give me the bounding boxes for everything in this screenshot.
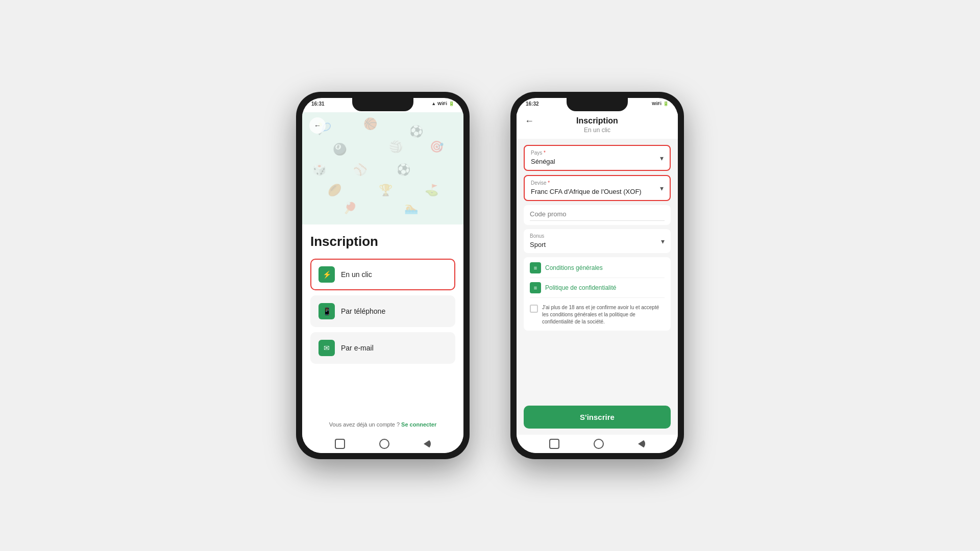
condition-divider-2 <box>530 297 665 298</box>
politique-confidentialite-item[interactable]: ≡ Politique de confidentialité <box>530 282 665 293</box>
phone1-body: Inscription ⚡ En un clic 📱 Par téléphone… <box>302 224 463 435</box>
politique-confidentialite-text: Politique de confidentialité <box>545 284 616 291</box>
back-button-2[interactable]: ← <box>525 116 534 127</box>
nav-circle-1[interactable] <box>379 439 389 449</box>
sport-icon-swim: 🏊 <box>404 202 418 215</box>
terms-check: J'ai plus de 18 ans et je confirme avoir… <box>530 302 665 325</box>
phone-2: 16:32 WiFi 🔋 ← Inscription En un clic Pa… <box>510 92 684 459</box>
phone1-content: ← 🎾 🏀 ⚽ 🎱 🏐 🎯 🎲 ⚾ ⚽ 🏉 🏆 ⛳ 🏓 🏊 <box>302 112 463 435</box>
option-en-un-clic[interactable]: ⚡ En un clic <box>310 259 455 290</box>
conditions-generales-text: Conditions générales <box>545 264 603 271</box>
option-par-email[interactable]: ✉ Par e-mail <box>310 332 455 364</box>
par-email-icon: ✉ <box>318 340 335 356</box>
en-un-clic-label: En un clic <box>341 270 372 279</box>
devise-chevron-icon: ▾ <box>660 184 664 192</box>
pays-label: Pays * <box>531 150 664 156</box>
notch-2 <box>567 98 628 111</box>
phone2-header: ← Inscription En un clic <box>517 112 678 139</box>
page-subtitle-2: En un clic <box>525 127 670 134</box>
sport-icon-rugby: 🏉 <box>328 184 341 197</box>
nav-square-1[interactable] <box>335 439 345 449</box>
par-telephone-label: Par téléphone <box>341 307 385 315</box>
politique-confidentialite-icon: ≡ <box>530 282 541 293</box>
par-telephone-icon: 📱 <box>318 303 335 319</box>
bonus-field[interactable]: Bonus Sport ▾ <box>524 229 671 253</box>
pays-value: Sénégal <box>531 158 555 165</box>
bonus-label: Bonus <box>530 233 665 239</box>
nav-back-2[interactable] <box>638 439 645 448</box>
page-title-2: Inscription <box>576 116 618 126</box>
phone1-header-bg: ← 🎾 🏀 ⚽ 🎱 🏐 🎯 🎲 ⚾ ⚽ 🏉 🏆 ⛳ 🏓 🏊 <box>302 112 463 224</box>
condition-divider <box>530 278 665 278</box>
phone2-content: ← Inscription En un clic Pays * Sénégal … <box>517 112 678 435</box>
option-par-telephone[interactable]: 📱 Par téléphone <box>310 295 455 327</box>
devise-value: Franc CFA d'Afrique de l'Ouest (XOF) <box>531 188 642 195</box>
bottom-bar-2 <box>517 435 678 453</box>
sport-icon-ping-pong: 🏓 <box>343 202 357 215</box>
sport-icon-soccer: ⚽ <box>397 163 410 177</box>
sports-pattern: 🎾 🏀 ⚽ 🎱 🏐 🎯 🎲 ⚾ ⚽ 🏉 🏆 ⛳ 🏓 🏊 <box>302 112 463 224</box>
phone2-body: Pays * Sénégal ▾ Devise * Franc CFA d'Af… <box>517 139 678 435</box>
status-time-2: 16:32 <box>526 101 539 107</box>
code-promo-divider <box>530 220 665 221</box>
pays-field[interactable]: Pays * Sénégal ▾ <box>524 145 671 171</box>
sinscrire-button[interactable]: S'inscrire <box>524 406 671 429</box>
par-email-label: Par e-mail <box>341 344 374 352</box>
status-icons-2: WiFi 🔋 <box>652 101 669 106</box>
devise-field[interactable]: Devise * Franc CFA d'Afrique de l'Ouest … <box>524 175 671 201</box>
nav-square-2[interactable] <box>549 439 559 449</box>
sport-icon-trophy: 🏆 <box>379 184 393 197</box>
page-title-1: Inscription <box>310 234 455 249</box>
already-account: Vous avez déjà un compte ? Se connecter <box>310 421 455 430</box>
conditions-generales-item[interactable]: ≡ Conditions générales <box>530 262 665 273</box>
code-promo-field[interactable] <box>524 205 671 225</box>
conditions-generales-icon: ≡ <box>530 262 541 273</box>
status-icons-1: ▲ WiFi 🔋 <box>431 101 454 106</box>
sport-icon-billiards: 🎱 <box>333 143 347 156</box>
bonus-chevron-icon: ▾ <box>661 237 665 245</box>
terms-text: J'ai plus de 18 ans et je confirme avoir… <box>542 304 665 325</box>
notch-1 <box>352 98 413 111</box>
sport-icon-basketball: 🏀 <box>363 117 377 131</box>
en-un-clic-icon: ⚡ <box>318 266 335 283</box>
status-time-1: 16:31 <box>311 101 325 107</box>
sport-icon-football: ⚽ <box>409 125 423 138</box>
sport-icon-golf: ⛳ <box>425 184 438 197</box>
se-connecter-link[interactable]: Se connecter <box>401 421 436 428</box>
code-promo-input[interactable] <box>530 210 665 218</box>
sport-icon-baseball: ⚾ <box>353 163 367 177</box>
phone-1: 16:31 ▲ WiFi 🔋 ← 🎾 🏀 ⚽ 🎱 🏐 🎯 🎲 ⚾ <box>296 92 470 459</box>
pays-chevron-icon: ▾ <box>660 154 664 162</box>
bonus-value: Sport <box>530 241 546 248</box>
nav-back-1[interactable] <box>424 439 431 448</box>
conditions-section: ≡ Conditions générales ≡ Politique de co… <box>524 257 671 331</box>
sport-icon-volleyball: 🏐 <box>389 140 403 154</box>
back-button-1[interactable]: ← <box>309 117 326 134</box>
sport-icon-dart: 🎯 <box>430 140 444 154</box>
phone2-nav: ← Inscription <box>525 116 670 126</box>
nav-circle-2[interactable] <box>594 439 604 449</box>
terms-checkbox[interactable] <box>530 305 538 313</box>
sport-icon-dice: 🎲 <box>312 163 326 177</box>
devise-label: Devise * <box>531 180 664 186</box>
bottom-bar-1 <box>302 435 463 453</box>
